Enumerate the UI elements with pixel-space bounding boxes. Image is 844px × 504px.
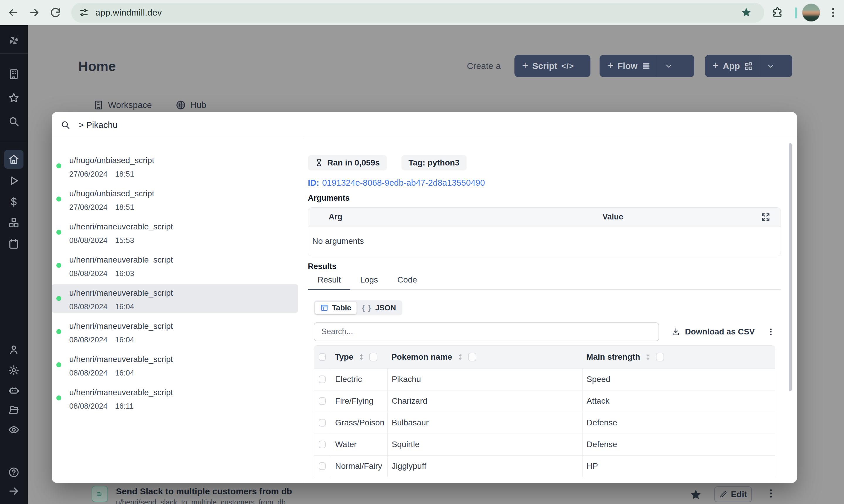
tab-logs[interactable]: Logs <box>351 275 388 290</box>
column-filter-checkbox[interactable] <box>468 353 476 361</box>
cell-pokemon-name: Jigglypuff <box>388 455 582 477</box>
url-text[interactable]: app.windmill.dev <box>95 7 162 18</box>
sidebar-item-search[interactable] <box>7 114 21 128</box>
run-status-dot <box>56 230 61 235</box>
create-app-button[interactable]: + App <box>705 55 792 77</box>
view-mode-json[interactable]: { } JSON <box>357 302 401 314</box>
table-row[interactable]: WaterSquirtleDefense <box>314 434 775 455</box>
run-detail-panel: Ran in 0,059s Tag: python3 ID:0191324e-8… <box>303 138 797 483</box>
run-list-item[interactable]: u/henri/maneuverable_script08/08/202416:… <box>52 251 298 280</box>
sidebar-item-home[interactable] <box>7 152 21 166</box>
run-list: u/hugo/unbiased_script27/06/202418:51 u/… <box>52 138 303 483</box>
result-menu-icon[interactable] <box>767 327 775 336</box>
sidebar-item-resources[interactable] <box>7 216 21 230</box>
sidebar-expand-icon[interactable] <box>7 484 21 498</box>
run-datetime: 08/08/202416:04 <box>69 368 298 378</box>
run-date: 08/08/2024 <box>69 402 107 410</box>
table-row[interactable]: Fire/FlyingCharizardAttack <box>314 390 775 412</box>
column-header-main-strength[interactable]: Main strength <box>586 352 640 362</box>
sidebar-item-runs[interactable] <box>7 174 21 188</box>
column-filter-checkbox[interactable] <box>656 353 664 361</box>
sidebar-item-settings[interactable] <box>7 363 21 377</box>
windmill-logo-icon[interactable] <box>7 33 21 48</box>
sidebar-item-variables[interactable] <box>7 195 21 209</box>
column-filter-checkbox[interactable] <box>369 353 377 361</box>
row-menu-icon[interactable] <box>765 488 777 499</box>
download-csv-button[interactable]: Download as CSV <box>671 327 755 337</box>
modal-scrollbar-thumb[interactable] <box>789 143 792 391</box>
column-header-type[interactable]: Type <box>335 352 353 362</box>
sort-icon[interactable] <box>357 353 365 361</box>
cell-pokemon-name: Bulbasaur <box>388 412 582 434</box>
app-dropdown-button[interactable] <box>759 55 782 77</box>
sidebar-item-help[interactable] <box>7 465 21 479</box>
run-list-item[interactable]: u/hugo/unbiased_script27/06/202418:51 <box>52 152 298 180</box>
column-header-pokemon-name[interactable]: Pokemon name <box>392 352 452 362</box>
table-row[interactable]: ElectricPikachuSpeed <box>314 368 775 390</box>
reload-icon[interactable] <box>49 6 61 19</box>
global-search-input[interactable] <box>78 120 797 130</box>
flow-dropdown-button[interactable] <box>657 55 680 77</box>
extensions-icon[interactable] <box>771 6 784 19</box>
chevron-down-icon <box>664 61 673 70</box>
windmill-app-window: app.windmill.dev Home Create a <box>0 0 844 504</box>
run-date: 27/06/2024 <box>69 169 107 178</box>
favorite-star-icon[interactable] <box>690 489 702 501</box>
tab-code[interactable]: Code <box>388 275 427 290</box>
run-list-item[interactable]: u/henri/maneuverable_script08/08/202416:… <box>52 384 298 412</box>
row-checkbox[interactable] <box>319 440 326 448</box>
results-title: Results <box>308 262 781 271</box>
row-checkbox[interactable] <box>319 397 326 405</box>
run-list-item[interactable]: u/henri/maneuverable_script08/08/202416:… <box>52 318 298 346</box>
sort-icon[interactable] <box>644 353 652 361</box>
sidebar-item-favorites[interactable] <box>7 91 21 105</box>
tab-workspace[interactable]: Workspace <box>93 100 152 110</box>
select-all-checkbox[interactable] <box>319 353 326 361</box>
run-time: 15:53 <box>115 236 134 245</box>
expand-icon[interactable] <box>761 212 771 222</box>
row-checkbox[interactable] <box>319 376 326 383</box>
edit-button[interactable]: Edit <box>714 486 752 502</box>
create-script-button[interactable]: + Script </> <box>515 55 590 77</box>
tab-hub[interactable]: Hub <box>176 100 206 110</box>
sidebar-item-folders[interactable] <box>7 403 21 417</box>
run-datetime: 08/08/202416:04 <box>69 302 298 311</box>
tab-workspace-label: Workspace <box>108 100 152 110</box>
sort-icon[interactable] <box>456 353 464 361</box>
table-row[interactable]: Normal/FairyJigglypuffHP <box>314 455 775 477</box>
script-row-title[interactable]: Send Slack to multiple customers from db <box>116 486 292 497</box>
home-list-row[interactable]: Send Slack to multiple customers from db… <box>28 483 844 504</box>
run-list-item[interactable]: u/hugo/unbiased_script27/06/202418:51 <box>52 185 298 213</box>
sidebar-item-audit-logs[interactable] <box>7 423 21 437</box>
run-time: 18:51 <box>115 203 134 212</box>
avatar[interactable] <box>802 3 820 22</box>
sidebar-item-workspace[interactable] <box>7 67 21 81</box>
run-list-item-selected[interactable]: u/henri/maneuverable_script08/08/202416:… <box>52 284 298 313</box>
run-id-label: ID: <box>308 178 319 187</box>
sidebar-item-schedules[interactable] <box>7 237 21 251</box>
row-checkbox[interactable] <box>319 419 326 427</box>
row-checkbox[interactable] <box>319 462 326 470</box>
back-icon[interactable] <box>7 6 19 19</box>
table-row[interactable]: Grass/PoisonBulbasaurDefense <box>314 412 775 434</box>
create-flow-button[interactable]: + Flow <box>599 55 694 77</box>
run-time: 16:04 <box>115 302 134 311</box>
run-path: u/henri/maneuverable_script <box>69 255 298 265</box>
run-list-item[interactable]: u/henri/maneuverable_script08/08/202415:… <box>52 218 298 247</box>
address-bar[interactable]: app.windmill.dev <box>71 3 764 23</box>
run-time: 16:04 <box>115 335 134 344</box>
forward-icon[interactable] <box>28 6 40 19</box>
tab-result[interactable]: Result <box>308 275 351 290</box>
browser-menu-icon[interactable] <box>827 6 839 19</box>
sidebar-item-users[interactable] <box>7 343 21 357</box>
building-icon <box>93 100 104 110</box>
sidebar-item-workers[interactable] <box>7 383 21 397</box>
run-list-item[interactable]: u/henri/maneuverable_script08/08/202416:… <box>52 350 298 379</box>
view-mode-table[interactable]: Table <box>315 302 357 314</box>
script-row-path: u/henri/send_slack_to_multiple_customers… <box>116 498 286 504</box>
result-search-input[interactable] <box>314 322 659 341</box>
bookmark-star-icon[interactable] <box>741 7 752 18</box>
run-id-link[interactable]: 0191324e-8068-9edb-ab47-2d8a13550490 <box>322 178 485 187</box>
sidebar-divider <box>0 53 28 54</box>
site-settings-icon[interactable] <box>79 7 89 18</box>
